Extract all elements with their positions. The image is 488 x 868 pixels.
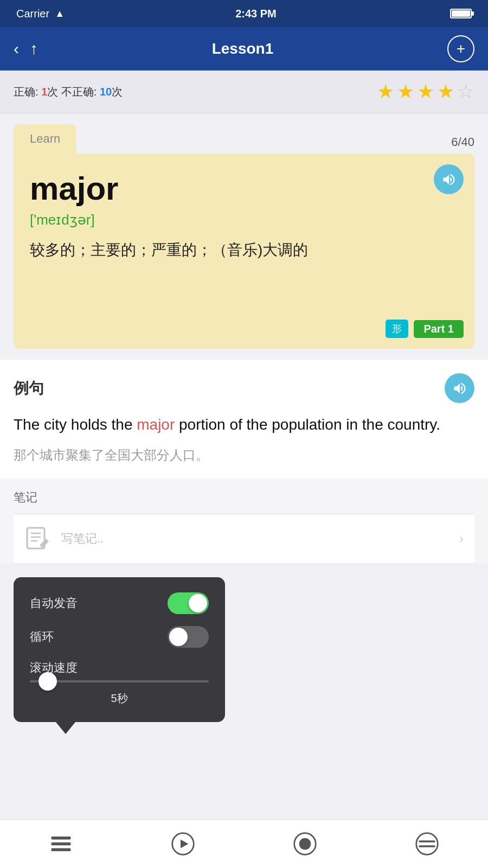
svg-rect-13: [419, 845, 435, 847]
wrong-count: 10: [100, 86, 112, 98]
star-1[interactable]: ★: [377, 80, 394, 103]
correct-count: 1: [41, 86, 47, 98]
nav-left: ‹ ↑: [14, 41, 38, 57]
more-button[interactable]: [411, 828, 444, 860]
correct-unit: 次: [47, 86, 61, 98]
record-icon: [293, 832, 317, 856]
notes-placeholder[interactable]: 写笔记..: [61, 531, 459, 547]
badge-xing: 形: [386, 320, 408, 338]
notes-chevron-icon[interactable]: ›: [459, 531, 464, 546]
learn-tab[interactable]: Learn: [14, 124, 76, 154]
speed-value: 5秒: [30, 691, 209, 706]
toggle-knob-auto-sound: [189, 594, 207, 612]
nav-bar: ‹ ↑ Lesson1 +: [0, 27, 488, 71]
play-button[interactable]: [167, 828, 200, 860]
star-3[interactable]: ★: [417, 80, 434, 103]
status-bar-left: Carrier ▲: [16, 8, 65, 20]
phonetic-display: ['meɪdʒər]: [30, 212, 458, 228]
rating-stars[interactable]: ★ ★ ★ ★ ☆: [377, 80, 474, 103]
toggle-knob-loop: [169, 628, 188, 646]
example-header: 例句: [14, 373, 474, 403]
definition-display: 较多的；主要的；严重的；（音乐)大调的: [30, 238, 344, 263]
stats-bar: 正确: 1次 不正确: 10次 ★ ★ ★ ★ ☆: [0, 71, 488, 113]
notes-icon: [24, 525, 52, 552]
example-title: 例句: [14, 378, 44, 399]
record-button[interactable]: [289, 828, 322, 860]
word-audio-button[interactable]: [434, 164, 464, 194]
badge-part: Part 1: [414, 320, 464, 338]
wrong-unit: 次: [112, 86, 123, 98]
word-display: major: [30, 170, 458, 207]
star-5[interactable]: ☆: [457, 80, 474, 103]
correct-label: 正确:: [14, 86, 41, 98]
carrier-label: Carrier: [16, 8, 49, 20]
loop-row: 循环: [30, 626, 209, 648]
list-icon: [49, 832, 73, 856]
battery-icon: [450, 9, 472, 18]
status-bar-right: [447, 9, 472, 18]
example-english: The city holds the major portion of the …: [14, 413, 474, 437]
star-4[interactable]: ★: [437, 80, 454, 103]
wifi-icon: ▲: [55, 8, 65, 20]
card-count: 6/40: [451, 135, 474, 154]
svg-rect-12: [419, 840, 435, 843]
svg-marker-8: [181, 839, 188, 848]
speed-label: 滚动速度: [30, 660, 78, 676]
svg-rect-5: [52, 843, 71, 845]
wrong-label: 不正确:: [61, 86, 100, 98]
svg-point-11: [416, 833, 438, 855]
speed-row: 滚动速度 5秒: [30, 660, 209, 706]
example-chinese: 那个城市聚集了全国大部分人口。: [14, 445, 474, 465]
svg-rect-4: [52, 837, 71, 839]
speed-slider-thumb[interactable]: [38, 672, 57, 691]
bottom-bar: [0, 819, 488, 868]
speed-slider-container[interactable]: [30, 680, 209, 682]
speed-header: 滚动速度: [30, 660, 209, 676]
more-icon: [415, 832, 439, 856]
settings-panel: 自动发音 循环 滚动速度 5秒: [14, 577, 225, 722]
notes-section: 笔记 写笔记.. ›: [0, 478, 488, 564]
notes-input-row[interactable]: 写笔记.. ›: [14, 514, 474, 564]
stats-text: 正确: 1次 不正确: 10次: [14, 85, 123, 99]
loop-label: 循环: [30, 629, 54, 645]
notes-title: 笔记: [14, 489, 474, 506]
status-time: 2:43 PM: [235, 8, 277, 20]
learn-tab-row: Learn 6/40: [14, 113, 474, 154]
nav-title: Lesson1: [212, 40, 274, 58]
loop-toggle[interactable]: [168, 626, 209, 648]
status-bar: Carrier ▲ 2:43 PM: [0, 0, 488, 27]
sentence-highlight: major: [137, 416, 175, 433]
back-button[interactable]: ‹: [14, 41, 19, 57]
svg-rect-6: [52, 848, 71, 851]
word-card: major ['meɪdʒər] 较多的；主要的；严重的；（音乐)大调的 形 P…: [14, 154, 474, 349]
up-button[interactable]: ↑: [30, 41, 38, 57]
example-audio-button[interactable]: [445, 373, 474, 403]
auto-sound-label: 自动发音: [30, 595, 78, 611]
auto-sound-toggle[interactable]: [168, 592, 209, 614]
speed-slider-track[interactable]: [30, 680, 209, 682]
card-badges: 形 Part 1: [386, 320, 464, 338]
list-button[interactable]: [45, 828, 78, 860]
play-icon: [171, 832, 195, 856]
card-section: Learn 6/40 major ['meɪdʒər] 较多的；主要的；严重的；…: [0, 113, 488, 360]
sentence-before: The city holds the: [14, 416, 137, 433]
svg-point-10: [299, 838, 311, 850]
add-button[interactable]: +: [447, 35, 474, 62]
sentence-after: portion of the population in the country…: [175, 416, 440, 433]
auto-sound-row: 自动发音: [30, 592, 209, 614]
example-section: 例句 The city holds the major portion of t…: [0, 360, 488, 478]
star-2[interactable]: ★: [397, 80, 414, 103]
